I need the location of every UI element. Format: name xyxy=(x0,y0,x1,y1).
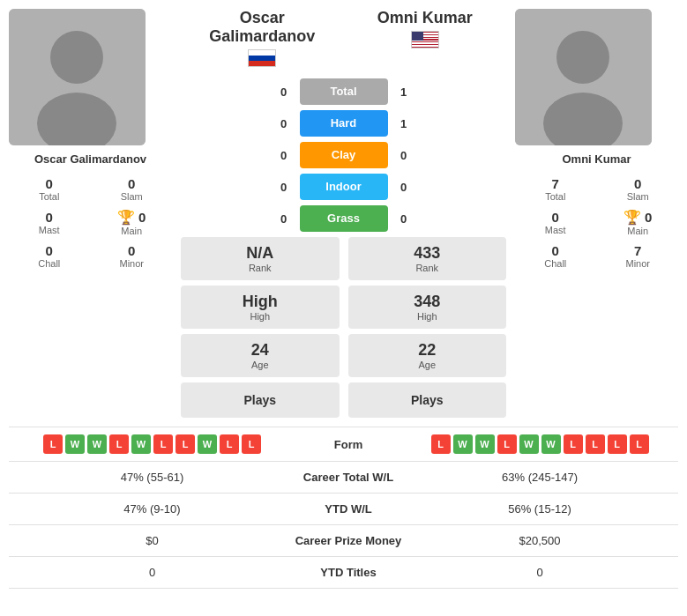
oscar-trophy-row: 0 Mast 🏆 0 Main xyxy=(9,205,172,240)
form-badge-l: L xyxy=(242,434,261,454)
oscar-plays-box: Plays xyxy=(181,382,340,418)
oscar-name: Oscar Galimardanov xyxy=(9,152,172,166)
omni-avatar xyxy=(515,9,652,145)
omni-ytd-wl: 56% (15-12) xyxy=(410,502,669,516)
omni-high-label: High xyxy=(355,311,500,322)
omni-mast-label: Mast xyxy=(545,225,566,235)
form-badge-w: W xyxy=(475,434,495,454)
oscar-chall-value: 0 xyxy=(46,243,53,258)
omni-rank-box: 433 Rank xyxy=(348,237,507,280)
indoor-score-row: 0 Indoor 0 xyxy=(181,174,506,200)
oscar-minor-stat: 0 Minor xyxy=(92,243,173,269)
names-row: OscarGalimardanov Omni Kumar xyxy=(181,9,506,70)
omni-center-boxes: 433 Rank 348 High 22 Age Plays xyxy=(348,237,507,418)
omni-indoor-score: 0 xyxy=(397,181,411,194)
omni-high-value: 348 xyxy=(355,293,500,311)
form-badge-w: W xyxy=(541,434,561,454)
ytd-wl-label: YTD W/L xyxy=(287,502,410,516)
career-total-row: 47% (55-61) Career Total W/L 63% (245-14… xyxy=(9,462,678,494)
omni-plays-box: Plays xyxy=(348,382,507,418)
oscar-player-card: Oscar Galimardanov 0 Total 0 Slam 0 Mast xyxy=(9,9,172,418)
omni-rank-value: 433 xyxy=(355,244,500,263)
oscar-mast-label: Mast xyxy=(39,225,60,235)
form-section: LWWLWLLWLL Form LWWLWWLLLL 47% (55-61) C… xyxy=(9,427,678,589)
omni-clay-score: 0 xyxy=(397,149,411,162)
oscar-rank-label: Rank xyxy=(188,263,332,273)
omni-career-total: 63% (245-147) xyxy=(410,471,669,484)
oscar-rank-value: N/A xyxy=(188,244,332,263)
oscar-trophy-icon: 🏆 xyxy=(117,209,135,226)
form-badge-w: W xyxy=(65,434,85,454)
oscar-rank-box: N/A Rank xyxy=(181,237,340,280)
omni-trophy-icon: 🏆 xyxy=(624,209,641,226)
oscar-high-value: High xyxy=(188,293,332,311)
omni-main-label: Main xyxy=(627,226,648,236)
omni-age-value: 22 xyxy=(355,341,500,360)
omni-chall-row: 0 Chall 7 Minor xyxy=(515,240,678,272)
omni-minor-label: Minor xyxy=(625,258,650,269)
hard-surface-btn[interactable]: Hard xyxy=(300,110,388,137)
grass-surface-btn[interactable]: Grass xyxy=(300,205,388,232)
oscar-mast-value: 0 xyxy=(46,210,53,225)
career-total-label: Career Total W/L xyxy=(287,471,410,484)
omni-flag-container xyxy=(344,31,507,51)
omni-main-value: 0 xyxy=(645,210,652,225)
oscar-grass-score: 0 xyxy=(277,212,291,226)
form-badge-l: L xyxy=(564,434,583,454)
omni-career-prize: $20,500 xyxy=(410,534,669,547)
omni-chall-label: Chall xyxy=(544,258,566,269)
omni-total-stat: 7 Total xyxy=(515,176,596,202)
form-badge-w: W xyxy=(131,434,151,454)
oscar-main-value: 0 xyxy=(138,210,146,225)
omni-ytd-titles: 0 xyxy=(410,566,669,579)
svg-point-4 xyxy=(556,31,609,84)
clay-surface-btn[interactable]: Clay xyxy=(300,142,388,168)
form-badge-l: L xyxy=(43,434,63,454)
omni-minor-stat: 7 Minor xyxy=(598,243,679,269)
omni-slam-stat: 0 Slam xyxy=(598,176,679,202)
oscar-flag-container xyxy=(181,49,344,70)
omni-trophy-row: 0 Mast 🏆 0 Main xyxy=(515,205,678,240)
ytd-titles-row: 0 YTD Titles 0 xyxy=(9,557,678,589)
oscar-trophy-main: 🏆 0 Main xyxy=(92,209,173,236)
oscar-chall-stat: 0 Chall xyxy=(9,243,90,269)
form-badge-w: W xyxy=(198,434,217,454)
oscar-high-box: High High xyxy=(181,286,340,329)
oscar-slam-label: Slam xyxy=(121,191,143,202)
main-container: Oscar Galimardanov 0 Total 0 Slam 0 Mast xyxy=(0,0,687,597)
total-score-row: 0 Total 1 xyxy=(181,78,506,105)
omni-age-box: 22 Age xyxy=(348,334,507,377)
omni-grass-score: 0 xyxy=(397,212,411,226)
omni-hard-score: 1 xyxy=(397,117,411,130)
oscar-career-total: 47% (55-61) xyxy=(18,471,287,484)
player-comparison: Oscar Galimardanov 0 Total 0 Slam 0 Mast xyxy=(9,9,678,418)
ytd-titles-label: YTD Titles xyxy=(287,566,410,579)
omni-mast-stat: 0 Mast xyxy=(515,210,596,235)
form-row: LWWLWLLWLL Form LWWLWWLLLL xyxy=(9,427,678,462)
omni-name: Omni Kumar xyxy=(515,152,678,166)
oscar-main-label: Main xyxy=(121,226,142,236)
oscar-age-label: Age xyxy=(188,360,332,370)
form-label: Form xyxy=(287,438,410,451)
ytd-wl-row: 47% (9-10) YTD W/L 56% (15-12) xyxy=(9,494,678,525)
indoor-surface-btn[interactable]: Indoor xyxy=(300,174,388,200)
form-badge-l: L xyxy=(586,434,605,454)
omni-slam-label: Slam xyxy=(627,191,649,202)
omni-flag xyxy=(411,31,439,48)
oscar-minor-value: 0 xyxy=(128,243,135,258)
omni-total-value: 7 xyxy=(552,176,559,191)
form-badge-w: W xyxy=(519,434,539,454)
omni-high-box: 348 High xyxy=(348,286,507,329)
mid-info-row: N/A Rank High High 24 Age Plays xyxy=(181,237,506,418)
oscar-header-name: OscarGalimardanov xyxy=(181,9,344,70)
omni-stats-grid: 7 Total 0 Slam xyxy=(515,173,678,205)
oscar-avatar xyxy=(9,9,146,145)
form-badge-l: L xyxy=(497,434,517,454)
oscar-center-boxes: N/A Rank High High 24 Age Plays xyxy=(181,237,340,418)
grass-score-row: 0 Grass 0 xyxy=(181,205,506,232)
form-badge-l: L xyxy=(175,434,195,454)
clay-score-row: 0 Clay 0 xyxy=(181,142,506,168)
oscar-chall-row: 0 Chall 0 Minor xyxy=(9,240,172,272)
total-surface-btn[interactable]: Total xyxy=(300,78,388,105)
form-badge-l: L xyxy=(431,434,451,454)
